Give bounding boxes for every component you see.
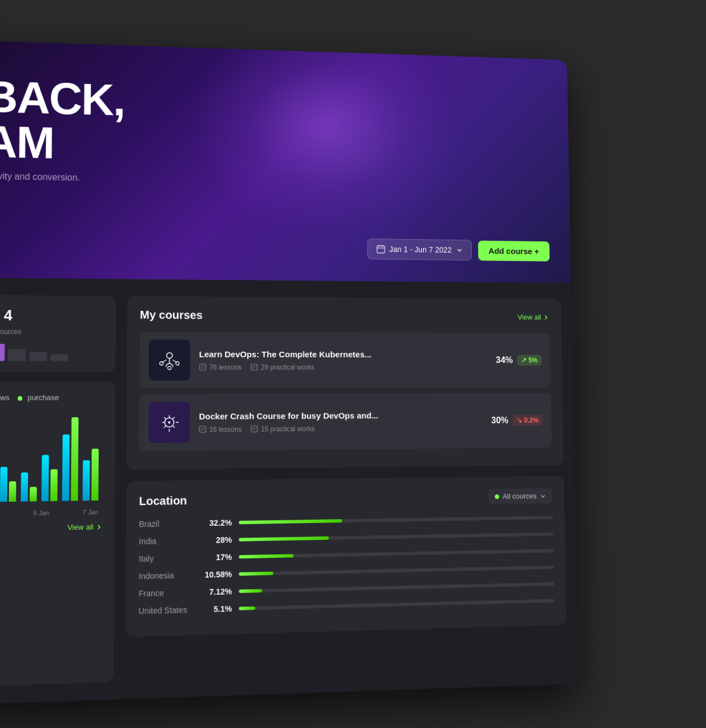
- course-name-1: Learn DevOps: The Complete Kubernetes...: [199, 349, 487, 359]
- progress-bg: [239, 599, 554, 610]
- lessons-meta-2: 16 lessons: [199, 425, 241, 433]
- bar-gray-2: [29, 352, 47, 361]
- calendar-icon: [376, 245, 385, 254]
- course-stat-2: 30% ↘ 0.2%: [491, 415, 543, 426]
- stat-row: 4: [0, 306, 104, 325]
- location-item-indonesia: Indonesia 10.58%: [139, 563, 554, 581]
- location-dot: [495, 494, 499, 498]
- progress-bg: [239, 533, 553, 542]
- bar-cyan: [41, 455, 49, 501]
- bar-cyan: [62, 435, 70, 501]
- bar-green: [91, 449, 99, 501]
- bar-group-5: [62, 417, 78, 501]
- bar-green: [30, 487, 37, 501]
- hero-subtitle: activity and conversion.: [0, 171, 549, 192]
- chart-labels: 5 Jan 6 Jan 7 Jan: [0, 508, 103, 517]
- course-stat-1: 34% ↗ 5%: [496, 355, 542, 366]
- legend-views: views: [0, 393, 10, 402]
- mini-bars: [0, 344, 104, 361]
- lessons-meta: 76 lessons: [199, 363, 241, 371]
- date-picker[interactable]: Jan 1 - Jun 7 2022: [367, 239, 472, 260]
- course-item-1[interactable]: Learn DevOps: The Complete Kubernetes...…: [140, 332, 551, 388]
- bar-gray-3: [50, 354, 68, 361]
- chart-area: [0, 410, 104, 504]
- hero-title: BACK, AM: [0, 74, 548, 176]
- course-percent-2: 30%: [491, 416, 509, 426]
- bar-group-3: [21, 472, 37, 501]
- location-card: Location All cources Brazil 32.2%: [126, 476, 566, 637]
- docker-icon: [155, 409, 183, 436]
- svg-rect-6: [199, 364, 206, 370]
- legend-purchase: purchase: [18, 393, 59, 402]
- chevron-down-icon: [540, 492, 546, 499]
- bar-purple: [0, 344, 4, 361]
- kubernetes-icon: [156, 347, 183, 374]
- course-info-2: Docker Crash Course for busy DevOps and.…: [199, 410, 483, 433]
- svg-point-4: [176, 362, 179, 365]
- chevron-down-icon: [456, 247, 463, 254]
- chart-view-all[interactable]: View all: [0, 522, 103, 533]
- progress-fill: [239, 554, 294, 558]
- left-panel: 4 total cources views: [0, 295, 116, 687]
- progress-bg: [239, 582, 554, 593]
- svg-point-3: [160, 362, 163, 365]
- course-meta-2: 16 lessons 15 practical works: [199, 424, 483, 433]
- stats-card: 4 total cources: [0, 295, 116, 373]
- my-courses-title: My courses: [140, 309, 203, 322]
- my-courses-header: My courses View all: [140, 309, 550, 324]
- course-meta-1: 76 lessons 29 practical works: [199, 363, 487, 371]
- svg-rect-11: [252, 426, 258, 432]
- progress-fill: [239, 606, 256, 610]
- main-content: 4 total cources views: [0, 278, 578, 705]
- svg-rect-10: [199, 426, 206, 432]
- bar-cyan: [21, 473, 28, 502]
- bar-green: [71, 417, 78, 501]
- progress-fill: [239, 589, 262, 593]
- stat-number: 4: [4, 306, 13, 324]
- bar-gray-1: [8, 349, 26, 361]
- lessons-icon-2: [199, 426, 206, 433]
- practical-meta: 29 practical works: [250, 363, 314, 371]
- hero-banner: BACK, AM activity and conversion. Jan 1 …: [0, 40, 571, 283]
- location-item-france: France 7.12%: [138, 580, 554, 598]
- bar-cyan: [0, 467, 7, 502]
- location-item-brazil: Brazil 32.2%: [139, 513, 553, 529]
- location-header: Location All cources: [139, 488, 552, 509]
- add-course-button[interactable]: Add course +: [478, 240, 550, 261]
- course-info-1: Learn DevOps: The Complete Kubernetes...…: [199, 349, 487, 371]
- hero-controls: Jan 1 - Jun 7 2022 Add course +: [367, 239, 550, 262]
- progress-fill: [239, 519, 342, 524]
- right-panel: My courses View all: [126, 296, 567, 682]
- course-thumbnail-2: [148, 402, 190, 444]
- laptop-frame: BACK, AM activity and conversion. Jan 1 …: [0, 40, 578, 705]
- purchase-dot: [18, 396, 23, 400]
- bar-group-4: [41, 455, 58, 501]
- progress-fill: [239, 572, 273, 576]
- change-badge-1: ↗ 5%: [517, 355, 542, 366]
- svg-point-2: [166, 353, 172, 358]
- svg-point-5: [168, 366, 171, 370]
- svg-point-9: [168, 421, 170, 423]
- location-title: Location: [139, 494, 187, 508]
- arrow-right-icon: [543, 314, 549, 321]
- chart-legend: views purchase: [0, 393, 104, 402]
- course-name-2: Docker Crash Course for busy DevOps and.…: [199, 410, 482, 421]
- arrow-right-icon: [96, 523, 103, 530]
- progress-bg: [239, 566, 554, 576]
- bar-green: [50, 469, 58, 501]
- svg-rect-0: [377, 246, 384, 253]
- bar-cyan: [82, 460, 90, 501]
- bar-group-6: [82, 449, 99, 501]
- svg-rect-7: [251, 364, 257, 370]
- course-item-2[interactable]: Docker Crash Course for busy DevOps and.…: [140, 393, 552, 451]
- lessons-icon: [199, 363, 206, 371]
- progress-bg: [239, 549, 554, 558]
- course-percent-1: 34%: [496, 356, 513, 366]
- my-courses-view-all[interactable]: View all: [518, 313, 550, 321]
- progress-bg: [239, 516, 553, 524]
- bar-green: [9, 481, 16, 502]
- location-item-us: United States 5.1%: [138, 596, 554, 616]
- practical-meta-2: 15 practical works: [250, 424, 314, 433]
- course-thumbnail-1: [149, 339, 191, 380]
- location-dropdown[interactable]: All cources: [489, 488, 552, 504]
